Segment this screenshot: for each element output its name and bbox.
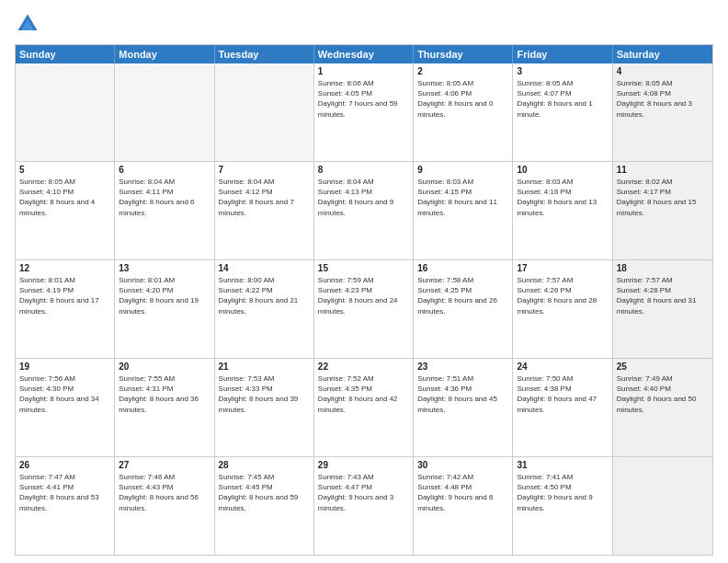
calendar-header: SundayMondayTuesdayWednesdayThursdayFrid… — [16, 45, 712, 63]
day-cell-15: 15Sunrise: 7:59 AMSunset: 4:23 PMDayligh… — [314, 260, 414, 358]
day-number: 31 — [517, 460, 608, 470]
day-cell-7: 7Sunrise: 8:04 AMSunset: 4:12 PMDaylight… — [215, 162, 314, 259]
day-info: Sunrise: 7:43 AMSunset: 4:47 PMDaylight:… — [318, 472, 409, 513]
day-number: 5 — [19, 165, 110, 175]
day-number: 17 — [517, 263, 608, 273]
day-cell-1: 1Sunrise: 8:06 AMSunset: 4:05 PMDaylight… — [314, 63, 414, 161]
day-number: 16 — [417, 263, 508, 273]
calendar-week-5: 26Sunrise: 7:47 AMSunset: 4:41 PMDayligh… — [16, 456, 712, 555]
day-cell-16: 16Sunrise: 7:58 AMSunset: 4:25 PMDayligh… — [414, 260, 513, 358]
day-info: Sunrise: 7:57 AMSunset: 4:26 PMDaylight:… — [517, 275, 608, 316]
day-cell-24: 24Sunrise: 7:50 AMSunset: 4:38 PMDayligh… — [513, 359, 612, 456]
empty-cell-w0c0 — [16, 63, 115, 161]
day-number: 23 — [417, 362, 508, 372]
day-info: Sunrise: 8:06 AMSunset: 4:05 PMDaylight:… — [318, 78, 409, 120]
day-info: Sunrise: 8:04 AMSunset: 4:12 PMDaylight:… — [219, 177, 310, 218]
day-info: Sunrise: 7:52 AMSunset: 4:35 PMDaylight:… — [318, 373, 409, 415]
logo — [15, 11, 44, 37]
day-number: 9 — [417, 165, 508, 175]
day-cell-20: 20Sunrise: 7:55 AMSunset: 4:31 PMDayligh… — [115, 359, 214, 456]
day-number: 7 — [219, 165, 310, 175]
day-number: 28 — [219, 460, 310, 470]
day-cell-11: 11Sunrise: 8:02 AMSunset: 4:17 PMDayligh… — [613, 162, 712, 259]
day-info: Sunrise: 7:58 AMSunset: 4:25 PMDaylight:… — [417, 275, 508, 316]
day-cell-8: 8Sunrise: 8:04 AMSunset: 4:13 PMDaylight… — [314, 162, 414, 259]
day-info: Sunrise: 8:05 AMSunset: 4:07 PMDaylight:… — [517, 78, 608, 120]
day-cell-4: 4Sunrise: 8:05 AMSunset: 4:08 PMDaylight… — [613, 63, 712, 161]
day-number: 30 — [417, 460, 508, 470]
day-cell-19: 19Sunrise: 7:56 AMSunset: 4:30 PMDayligh… — [16, 359, 115, 456]
empty-cell-w0c2 — [215, 63, 314, 161]
day-number: 8 — [318, 165, 409, 175]
day-number: 4 — [617, 66, 709, 76]
day-info: Sunrise: 8:03 AMSunset: 4:16 PMDaylight:… — [517, 177, 608, 218]
calendar-week-3: 12Sunrise: 8:01 AMSunset: 4:19 PMDayligh… — [16, 259, 712, 358]
day-header-friday: Friday — [513, 45, 612, 63]
day-info: Sunrise: 8:01 AMSunset: 4:20 PMDaylight:… — [119, 275, 210, 316]
calendar: SundayMondayTuesdayWednesdayThursdayFrid… — [15, 44, 713, 556]
day-cell-30: 30Sunrise: 7:42 AMSunset: 4:48 PMDayligh… — [414, 457, 513, 555]
day-number: 10 — [517, 165, 608, 175]
day-header-thursday: Thursday — [414, 45, 513, 63]
day-number: 19 — [19, 362, 110, 372]
day-header-wednesday: Wednesday — [314, 45, 414, 63]
day-number: 3 — [517, 66, 608, 76]
day-number: 29 — [318, 460, 409, 470]
day-info: Sunrise: 7:42 AMSunset: 4:48 PMDaylight:… — [417, 472, 508, 513]
day-header-sunday: Sunday — [16, 45, 115, 63]
empty-cell-w4c6 — [613, 457, 712, 555]
day-info: Sunrise: 7:45 AMSunset: 4:45 PMDaylight:… — [219, 472, 310, 513]
day-cell-6: 6Sunrise: 8:04 AMSunset: 4:11 PMDaylight… — [115, 162, 214, 259]
day-info: Sunrise: 7:53 AMSunset: 4:33 PMDaylight:… — [219, 373, 310, 415]
day-cell-27: 27Sunrise: 7:46 AMSunset: 4:43 PMDayligh… — [115, 457, 214, 555]
day-cell-29: 29Sunrise: 7:43 AMSunset: 4:47 PMDayligh… — [314, 457, 414, 555]
day-cell-10: 10Sunrise: 8:03 AMSunset: 4:16 PMDayligh… — [513, 162, 612, 259]
day-info: Sunrise: 8:05 AMSunset: 4:08 PMDaylight:… — [617, 78, 709, 120]
day-cell-18: 18Sunrise: 7:57 AMSunset: 4:28 PMDayligh… — [613, 260, 712, 358]
day-number: 26 — [19, 460, 110, 470]
day-cell-5: 5Sunrise: 8:05 AMSunset: 4:10 PMDaylight… — [16, 162, 115, 259]
day-cell-28: 28Sunrise: 7:45 AMSunset: 4:45 PMDayligh… — [215, 457, 314, 555]
day-number: 1 — [318, 66, 409, 76]
day-number: 24 — [517, 362, 608, 372]
day-number: 14 — [219, 263, 310, 273]
calendar-body: 1Sunrise: 8:06 AMSunset: 4:05 PMDaylight… — [16, 63, 712, 555]
day-info: Sunrise: 7:56 AMSunset: 4:30 PMDaylight:… — [19, 373, 110, 415]
day-info: Sunrise: 8:03 AMSunset: 4:15 PMDaylight:… — [417, 177, 508, 218]
day-number: 25 — [617, 362, 709, 372]
day-cell-2: 2Sunrise: 8:05 AMSunset: 4:06 PMDaylight… — [414, 63, 513, 161]
day-number: 13 — [119, 263, 210, 273]
day-info: Sunrise: 8:05 AMSunset: 4:10 PMDaylight:… — [19, 177, 110, 218]
day-number: 15 — [318, 263, 409, 273]
day-number: 12 — [19, 263, 110, 273]
day-cell-31: 31Sunrise: 7:41 AMSunset: 4:50 PMDayligh… — [513, 457, 612, 555]
day-info: Sunrise: 7:50 AMSunset: 4:38 PMDaylight:… — [517, 373, 608, 415]
page: SundayMondayTuesdayWednesdayThursdayFrid… — [0, 0, 728, 563]
day-number: 27 — [119, 460, 210, 470]
day-number: 22 — [318, 362, 409, 372]
calendar-week-4: 19Sunrise: 7:56 AMSunset: 4:30 PMDayligh… — [16, 358, 712, 456]
day-cell-25: 25Sunrise: 7:49 AMSunset: 4:40 PMDayligh… — [613, 359, 712, 456]
day-cell-3: 3Sunrise: 8:05 AMSunset: 4:07 PMDaylight… — [513, 63, 612, 161]
day-cell-23: 23Sunrise: 7:51 AMSunset: 4:36 PMDayligh… — [414, 359, 513, 456]
day-info: Sunrise: 8:01 AMSunset: 4:19 PMDaylight:… — [19, 275, 110, 316]
day-number: 6 — [119, 165, 210, 175]
day-info: Sunrise: 7:49 AMSunset: 4:40 PMDaylight:… — [617, 373, 709, 415]
day-info: Sunrise: 7:57 AMSunset: 4:28 PMDaylight:… — [617, 275, 709, 316]
day-cell-14: 14Sunrise: 8:00 AMSunset: 4:22 PMDayligh… — [215, 260, 314, 358]
day-number: 2 — [417, 66, 508, 76]
day-info: Sunrise: 7:59 AMSunset: 4:23 PMDaylight:… — [318, 275, 409, 316]
day-number: 21 — [219, 362, 310, 372]
day-info: Sunrise: 7:47 AMSunset: 4:41 PMDaylight:… — [19, 472, 110, 513]
day-cell-17: 17Sunrise: 7:57 AMSunset: 4:26 PMDayligh… — [513, 260, 612, 358]
day-number: 20 — [119, 362, 210, 372]
day-header-tuesday: Tuesday — [215, 45, 314, 63]
day-cell-22: 22Sunrise: 7:52 AMSunset: 4:35 PMDayligh… — [314, 359, 414, 456]
calendar-week-2: 5Sunrise: 8:05 AMSunset: 4:10 PMDaylight… — [16, 161, 712, 259]
logo-icon — [15, 11, 40, 37]
day-info: Sunrise: 7:46 AMSunset: 4:43 PMDaylight:… — [119, 472, 210, 513]
calendar-week-1: 1Sunrise: 8:06 AMSunset: 4:05 PMDaylight… — [16, 63, 712, 161]
day-cell-12: 12Sunrise: 8:01 AMSunset: 4:19 PMDayligh… — [16, 260, 115, 358]
day-info: Sunrise: 8:04 AMSunset: 4:13 PMDaylight:… — [318, 177, 409, 218]
header — [15, 11, 713, 37]
